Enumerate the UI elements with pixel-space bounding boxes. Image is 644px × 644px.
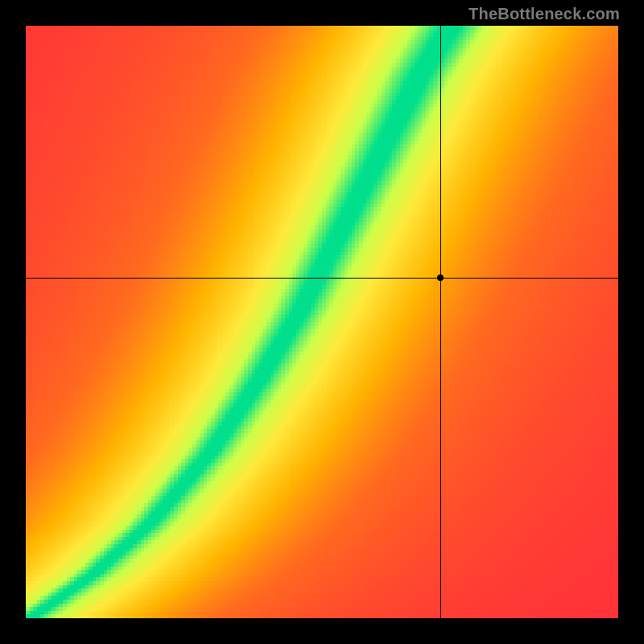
heatmap-canvas <box>26 26 618 618</box>
crosshair-vertical <box>440 26 441 618</box>
crosshair-horizontal <box>26 278 618 279</box>
plot-area <box>26 26 618 618</box>
watermark-text: TheBottleneck.com <box>469 5 620 23</box>
crosshair-dot <box>437 275 444 281</box>
chart-frame: TheBottleneck.com <box>0 0 644 644</box>
